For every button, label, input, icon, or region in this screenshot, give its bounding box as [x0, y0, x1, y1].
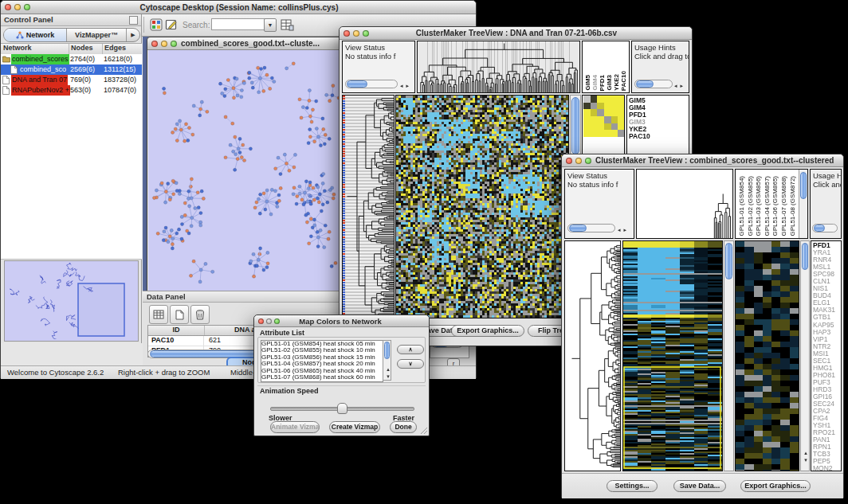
network-tree-row[interactable]: combined_sco2569(6)13112(15) — [1, 64, 142, 75]
tv1-status-scrollbar[interactable] — [345, 80, 398, 88]
matrix-cell[interactable] — [591, 116, 598, 123]
network-tree-row[interactable]: DNA and Tran 07769(0)183728(0) — [1, 75, 142, 85]
tv2-button-export-graphics[interactable]: Export Graphics... — [740, 480, 811, 492]
animation-speed-slider[interactable] — [270, 403, 413, 412]
matrix-cell[interactable] — [618, 123, 625, 131]
move-down-button[interactable]: ∨ — [397, 359, 424, 369]
network-overview-panel[interactable] — [4, 260, 139, 342]
search-dropdown-button[interactable]: ▼ — [264, 18, 277, 32]
matrix-cell[interactable] — [618, 103, 625, 110]
tv1-column-label[interactable]: GIM5 — [584, 75, 591, 91]
tv2-column-label[interactable]: GPL51-07 (GSM868) — [780, 176, 787, 236]
delete-attribute-icon[interactable] — [190, 305, 210, 324]
close-button[interactable] — [566, 158, 572, 164]
zoom-button[interactable] — [171, 41, 177, 47]
matrix-cell[interactable] — [604, 96, 611, 103]
done-button[interactable]: Done — [390, 421, 417, 433]
matrix-cell[interactable] — [597, 109, 604, 116]
tv2-zoom-heatmap[interactable] — [735, 240, 799, 471]
matrix-cell[interactable] — [591, 123, 598, 131]
matrix-cell[interactable] — [618, 116, 625, 123]
matrix-cell[interactable] — [583, 109, 591, 116]
matrix-cell[interactable] — [618, 96, 625, 103]
select-attributes-icon[interactable] — [149, 305, 168, 324]
minimize-button[interactable] — [14, 4, 21, 10]
matrix-cell[interactable] — [611, 109, 618, 116]
tv2-collabel-vscrollbar[interactable] — [799, 170, 807, 238]
move-up-button[interactable]: ∧ — [397, 345, 424, 354]
close-button[interactable] — [258, 318, 264, 324]
network-tree-row[interactable]: RNAPuberNov2 +|563(0)107847(0) — [1, 85, 142, 96]
attribute-list-item[interactable]: GPL51-07 (GSM868) heat shock 60 min — [261, 374, 383, 381]
tv2-row-dendrogram[interactable] — [564, 240, 621, 471]
network-tree-row[interactable]: combined_scores2764(0)16218(0) — [1, 54, 142, 64]
scroll-arrows[interactable]: ◂ ▸ — [400, 81, 410, 90]
matrix-cell[interactable] — [604, 103, 611, 110]
tv2-button-settings[interactable]: Settings... — [607, 480, 658, 492]
slider-thumb[interactable] — [337, 403, 347, 414]
close-button[interactable] — [5, 4, 11, 10]
matrix-cell[interactable] — [591, 109, 598, 116]
tv2-button-save-data[interactable]: Save Data... — [673, 480, 726, 492]
tv1-column-label[interactable]: GIM4 — [591, 75, 599, 91]
tv2-heatmap-vscrollbar[interactable] — [724, 240, 734, 471]
matrix-cell[interactable] — [611, 103, 618, 110]
tv1-heatmap[interactable] — [395, 95, 569, 318]
tv1-column-label[interactable]: PFD1 — [599, 75, 606, 91]
tv1-column-label[interactable]: YKE2 — [613, 74, 620, 91]
tv1-column-label[interactable]: GIM3 — [606, 75, 613, 91]
search-input[interactable] — [211, 18, 265, 30]
scroll-arrows[interactable]: ▴▾ — [385, 366, 391, 381]
matrix-cell[interactable] — [611, 96, 618, 103]
zoom-button[interactable] — [363, 30, 369, 37]
attribute-table-icon[interactable] — [278, 16, 296, 33]
animate-vizmap-button[interactable]: Animate Vizmap — [270, 421, 320, 433]
attribute-list-vscrollbar[interactable]: ▴▾ — [383, 340, 391, 381]
tv2-status-scrollbar[interactable] — [567, 224, 615, 232]
tab-vizmapper[interactable]: VizMapper™ — [67, 29, 127, 41]
tv2-column-label[interactable]: GPL51-03 (GSM856) — [755, 176, 762, 236]
matrix-cell[interactable] — [591, 96, 598, 103]
matrix-cell[interactable] — [583, 123, 591, 131]
tv2-column-label[interactable]: GPL51-08 (GSM872) — [789, 176, 796, 236]
tv2-column-dendrogram[interactable] — [636, 169, 733, 239]
network-graph-canvas[interactable] — [148, 50, 344, 291]
annotation-icon[interactable] — [163, 16, 180, 33]
matrix-cell[interactable] — [611, 116, 618, 123]
matrix-cell[interactable] — [618, 109, 625, 116]
minimize-button[interactable] — [161, 41, 167, 47]
tv1-column-dendrogram[interactable] — [417, 41, 580, 93]
tv2-gene-vscrollbar[interactable]: ▴▾ — [800, 240, 810, 471]
matrix-cell[interactable] — [583, 116, 591, 123]
treeview1-titlebar[interactable]: ClusterMaker TreeView : DNA and Tran 07-… — [340, 27, 692, 40]
matrix-cell[interactable] — [611, 123, 618, 131]
matrix-cell[interactable] — [583, 96, 591, 103]
matrix-cell[interactable] — [604, 116, 611, 123]
matrix-cell[interactable] — [591, 103, 598, 110]
matrix-cell[interactable] — [591, 130, 598, 137]
attribute-list[interactable]: GPL51-01 (GSM854) heat shock 05 minGPL51… — [261, 340, 383, 382]
matrix-cell[interactable] — [597, 130, 604, 137]
tab-network[interactable]: Network — [4, 29, 67, 41]
minimize-button[interactable] — [266, 318, 272, 324]
tv1-usage-scrollbar[interactable] — [634, 80, 673, 88]
tv1-column-label[interactable]: PAC10 — [620, 71, 627, 91]
matrix-cell[interactable] — [583, 103, 591, 110]
matrix-cell[interactable] — [583, 130, 591, 137]
tv2-column-label[interactable]: GPL51-06 (GSM865) — [771, 176, 779, 236]
tv1-row-dendrogram[interactable] — [342, 95, 395, 318]
matrix-cell[interactable] — [597, 123, 604, 131]
tv1-row-label[interactable]: PAC10 — [627, 133, 689, 140]
tv2-column-label[interactable]: GPL51-02 (GSM855) — [747, 176, 754, 236]
close-button[interactable] — [344, 30, 350, 37]
float-panel-icon[interactable] — [129, 16, 138, 25]
new-attribute-icon[interactable] — [170, 305, 189, 324]
matrix-cell[interactable] — [604, 130, 611, 137]
matrix-cell[interactable] — [597, 103, 604, 110]
tv2-column-label[interactable]: GPL51-04 (GSM857) — [764, 176, 771, 236]
matrix-cell[interactable] — [611, 130, 618, 137]
zoom-button[interactable] — [24, 4, 30, 10]
dialog-titlebar[interactable]: Map Colors to Network — [254, 315, 429, 327]
scroll-arrows[interactable]: ◂ ▸ — [618, 225, 627, 234]
tv2-column-labels[interactable]: GPL51-01 (GSM854)GPL51-02 (GSM855)GPL51-… — [735, 169, 808, 239]
